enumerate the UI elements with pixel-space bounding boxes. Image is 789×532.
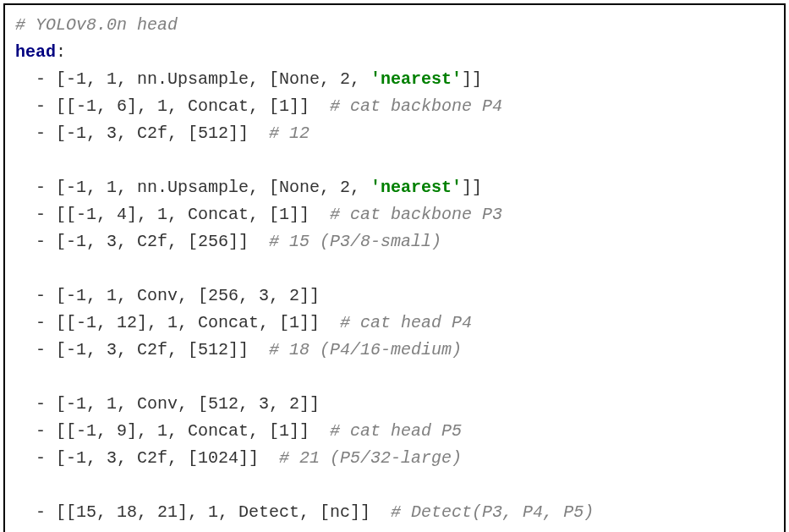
code-line-blank-2 — [15, 255, 774, 282]
code-line-2: head: — [15, 39, 774, 66]
comment: # 12 — [269, 123, 310, 143]
comment: # 15 (P3/8-small) — [269, 232, 441, 251]
code-line-1: # YOLOv8.0n head — [15, 12, 774, 39]
comment: # cat backbone P3 — [330, 205, 502, 224]
code-line-4: - [[-1, 6], 1, Concat, [1]] # cat backbo… — [15, 93, 774, 120]
yaml-key: head — [15, 42, 56, 62]
code-text: [[-1, 6], 1, Concat, [1]] — [56, 96, 330, 116]
dash: - — [15, 286, 56, 305]
code-text: ]] — [462, 69, 482, 89]
code-text: [-1, 1, nn.Upsample, [None, 2, — [56, 69, 370, 89]
code-text: [-1, 3, C2f, [256]] — [56, 232, 269, 251]
dash: - — [15, 96, 56, 116]
code-text: [[-1, 4], 1, Concat, [1]] — [56, 205, 330, 224]
code-line-3: - [-1, 1, nn.Upsample, [None, 2, 'neares… — [15, 66, 774, 93]
code-text: [-1, 1, Conv, [512, 3, 2]] — [56, 394, 320, 414]
comment: # cat backbone P4 — [330, 96, 502, 116]
code-line-17: - [-1, 3, C2f, [1024]] # 21 (P5/32-large… — [15, 445, 774, 472]
code-block: # YOLOv8.0n headhead: - [-1, 1, nn.Upsam… — [3, 3, 786, 532]
dash: - — [15, 502, 56, 522]
dash: - — [15, 394, 56, 414]
dash: - — [15, 232, 56, 251]
comment: # 18 (P4/16-medium) — [269, 340, 462, 359]
code-line-blank-1 — [15, 147, 774, 174]
code-text: [-1, 3, C2f, [512]] — [56, 340, 269, 359]
code-line-19: - [[15, 18, 21], 1, Detect, [nc]] # Dete… — [15, 499, 774, 526]
code-line-16: - [[-1, 9], 1, Concat, [1]] # cat head P… — [15, 418, 774, 445]
code-line-5: - [-1, 3, C2f, [512]] # 12 — [15, 120, 774, 147]
comment: # YOLOv8.0n head — [15, 15, 178, 35]
dash: - — [15, 421, 56, 441]
dash: - — [15, 178, 56, 197]
code-text: [[-1, 9], 1, Concat, [1]] — [56, 421, 330, 441]
string-literal: 'nearest' — [370, 178, 462, 197]
comment: # cat head P4 — [340, 313, 472, 332]
code-text: [-1, 3, C2f, [1024]] — [56, 448, 279, 468]
comment: # 21 (P5/32-large) — [279, 448, 462, 468]
code-line-blank-4 — [15, 472, 774, 499]
code-line-9: - [-1, 3, C2f, [256]] # 15 (P3/8-small) — [15, 228, 774, 255]
string-literal: 'nearest' — [370, 69, 462, 89]
code-line-15: - [-1, 1, Conv, [512, 3, 2]] — [15, 391, 774, 418]
code-line-8: - [[-1, 4], 1, Concat, [1]] # cat backbo… — [15, 201, 774, 228]
dash: - — [15, 313, 56, 332]
dash: - — [15, 205, 56, 224]
code-text: [-1, 1, nn.Upsample, [None, 2, — [56, 178, 370, 197]
code-text: [-1, 1, Conv, [256, 3, 2]] — [56, 286, 320, 305]
code-line-7: - [-1, 1, nn.Upsample, [None, 2, 'neares… — [15, 174, 774, 201]
code-line-11: - [-1, 1, Conv, [256, 3, 2]] — [15, 282, 774, 310]
dash: - — [15, 123, 56, 143]
colon: : — [56, 42, 66, 62]
dash: - — [15, 448, 56, 468]
code-text: [[15, 18, 21], 1, Detect, [nc]] — [56, 502, 391, 522]
code-line-12: - [[-1, 12], 1, Concat, [1]] # cat head … — [15, 310, 774, 337]
dash: - — [15, 69, 56, 89]
code-text: [[-1, 12], 1, Concat, [1]] — [56, 313, 340, 332]
code-text: ]] — [462, 178, 482, 197]
comment: # Detect(P3, P4, P5) — [391, 502, 594, 522]
code-line-13: - [-1, 3, C2f, [512]] # 18 (P4/16-medium… — [15, 337, 774, 364]
code-text: [-1, 3, C2f, [512]] — [56, 123, 269, 143]
comment: # cat head P5 — [330, 421, 462, 441]
code-line-blank-3 — [15, 364, 774, 391]
dash: - — [15, 340, 56, 359]
